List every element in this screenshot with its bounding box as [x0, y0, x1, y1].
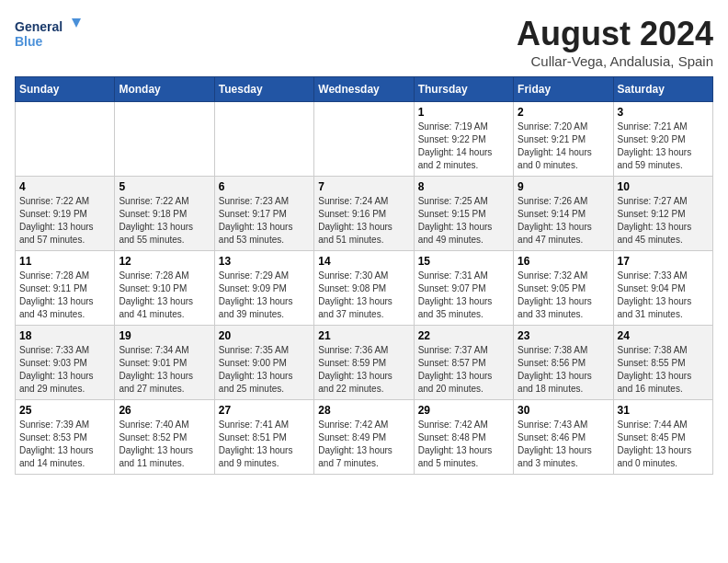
day-number: 6 [219, 180, 310, 193]
title-block: August 2024 Cullar-Vega, Andalusia, Spai… [517, 15, 713, 69]
day-info: Sunrise: 7:20 AM Sunset: 9:21 PM Dayligh… [518, 121, 609, 172]
calendar-cell: 25Sunrise: 7:39 AM Sunset: 8:53 PM Dayli… [16, 400, 115, 475]
day-number: 8 [418, 180, 509, 193]
calendar-cell: 31Sunrise: 7:44 AM Sunset: 8:45 PM Dayli… [613, 400, 712, 475]
weekday-header-friday: Friday [514, 77, 613, 102]
day-info: Sunrise: 7:40 AM Sunset: 8:52 PM Dayligh… [119, 419, 210, 470]
day-info: Sunrise: 7:39 AM Sunset: 8:53 PM Dayligh… [19, 419, 110, 470]
calendar-cell: 20Sunrise: 7:35 AM Sunset: 9:00 PM Dayli… [214, 326, 313, 400]
day-number: 9 [518, 180, 609, 193]
day-number: 12 [119, 255, 210, 268]
calendar-cell [115, 102, 214, 177]
day-info: Sunrise: 7:22 AM Sunset: 9:18 PM Dayligh… [119, 195, 210, 247]
logo-svg: General Blue [15, 15, 88, 52]
calendar-header: SundayMondayTuesdayWednesdayThursdayFrid… [16, 77, 713, 102]
day-info: Sunrise: 7:28 AM Sunset: 9:10 PM Dayligh… [119, 270, 210, 321]
day-info: Sunrise: 7:36 AM Sunset: 8:59 PM Dayligh… [318, 344, 409, 396]
calendar-cell: 17Sunrise: 7:33 AM Sunset: 9:04 PM Dayli… [613, 251, 712, 326]
day-number: 31 [618, 404, 709, 417]
day-info: Sunrise: 7:41 AM Sunset: 8:51 PM Dayligh… [219, 419, 310, 470]
day-info: Sunrise: 7:44 AM Sunset: 8:45 PM Dayligh… [618, 419, 709, 470]
day-info: Sunrise: 7:43 AM Sunset: 8:46 PM Dayligh… [518, 419, 609, 470]
day-number: 21 [318, 329, 409, 342]
day-info: Sunrise: 7:19 AM Sunset: 9:22 PM Dayligh… [418, 121, 509, 172]
calendar-cell: 27Sunrise: 7:41 AM Sunset: 8:51 PM Dayli… [214, 400, 313, 475]
day-info: Sunrise: 7:30 AM Sunset: 9:08 PM Dayligh… [318, 270, 409, 321]
calendar-table: SundayMondayTuesdayWednesdayThursdayFrid… [15, 76, 713, 475]
calendar-cell [16, 102, 115, 177]
day-info: Sunrise: 7:42 AM Sunset: 8:49 PM Dayligh… [318, 419, 409, 470]
day-number: 27 [219, 404, 310, 417]
calendar-cell: 19Sunrise: 7:34 AM Sunset: 9:01 PM Dayli… [115, 326, 214, 400]
calendar-cell: 2Sunrise: 7:20 AM Sunset: 9:21 PM Daylig… [514, 102, 613, 177]
day-info: Sunrise: 7:28 AM Sunset: 9:11 PM Dayligh… [19, 270, 110, 321]
calendar-cell: 14Sunrise: 7:30 AM Sunset: 9:08 PM Dayli… [314, 251, 414, 326]
calendar-cell: 22Sunrise: 7:37 AM Sunset: 8:57 PM Dayli… [414, 326, 513, 400]
day-number: 17 [618, 255, 709, 268]
calendar-cell: 24Sunrise: 7:38 AM Sunset: 8:55 PM Dayli… [613, 326, 712, 400]
svg-text:Blue: Blue [15, 34, 43, 49]
page-title: August 2024 [517, 15, 713, 53]
day-number: 11 [19, 255, 110, 268]
day-number: 26 [119, 404, 210, 417]
calendar-cell: 28Sunrise: 7:42 AM Sunset: 8:49 PM Dayli… [314, 400, 414, 475]
calendar-cell: 1Sunrise: 7:19 AM Sunset: 9:22 PM Daylig… [414, 102, 513, 177]
calendar-body: 1Sunrise: 7:19 AM Sunset: 9:22 PM Daylig… [16, 102, 713, 475]
calendar-cell: 12Sunrise: 7:28 AM Sunset: 9:10 PM Dayli… [115, 251, 214, 326]
calendar-cell: 15Sunrise: 7:31 AM Sunset: 9:07 PM Dayli… [414, 251, 513, 326]
day-number: 25 [19, 404, 110, 417]
day-number: 29 [418, 404, 509, 417]
day-info: Sunrise: 7:27 AM Sunset: 9:12 PM Dayligh… [618, 195, 709, 247]
calendar-cell: 21Sunrise: 7:36 AM Sunset: 8:59 PM Dayli… [314, 326, 414, 400]
day-number: 4 [19, 180, 110, 193]
week-row-3: 11Sunrise: 7:28 AM Sunset: 9:11 PM Dayli… [16, 251, 713, 326]
weekday-header-monday: Monday [115, 77, 214, 102]
week-row-2: 4Sunrise: 7:22 AM Sunset: 9:19 PM Daylig… [16, 177, 713, 251]
day-info: Sunrise: 7:34 AM Sunset: 9:01 PM Dayligh… [119, 344, 210, 396]
day-info: Sunrise: 7:23 AM Sunset: 9:17 PM Dayligh… [219, 195, 310, 247]
day-info: Sunrise: 7:35 AM Sunset: 9:00 PM Dayligh… [219, 344, 310, 396]
calendar-cell: 26Sunrise: 7:40 AM Sunset: 8:52 PM Dayli… [115, 400, 214, 475]
day-number: 24 [618, 329, 709, 342]
day-info: Sunrise: 7:24 AM Sunset: 9:16 PM Dayligh… [318, 195, 409, 247]
weekday-header-wednesday: Wednesday [314, 77, 414, 102]
day-number: 19 [119, 329, 210, 342]
calendar-cell: 6Sunrise: 7:23 AM Sunset: 9:17 PM Daylig… [214, 177, 313, 251]
calendar-cell: 5Sunrise: 7:22 AM Sunset: 9:18 PM Daylig… [115, 177, 214, 251]
calendar-cell: 4Sunrise: 7:22 AM Sunset: 9:19 PM Daylig… [16, 177, 115, 251]
week-row-4: 18Sunrise: 7:33 AM Sunset: 9:03 PM Dayli… [16, 326, 713, 400]
page-subtitle: Cullar-Vega, Andalusia, Spain [517, 53, 713, 69]
day-info: Sunrise: 7:32 AM Sunset: 9:05 PM Dayligh… [518, 270, 609, 321]
calendar-cell [214, 102, 313, 177]
calendar-cell: 13Sunrise: 7:29 AM Sunset: 9:09 PM Dayli… [214, 251, 313, 326]
calendar-cell: 7Sunrise: 7:24 AM Sunset: 9:16 PM Daylig… [314, 177, 414, 251]
day-number: 7 [318, 180, 409, 193]
weekday-header-saturday: Saturday [613, 77, 712, 102]
calendar-cell: 10Sunrise: 7:27 AM Sunset: 9:12 PM Dayli… [613, 177, 712, 251]
calendar-cell: 30Sunrise: 7:43 AM Sunset: 8:46 PM Dayli… [514, 400, 613, 475]
day-number: 23 [518, 329, 609, 342]
svg-marker-1 [72, 18, 81, 28]
header: General Blue August 2024 Cullar-Vega, An… [15, 15, 713, 69]
day-info: Sunrise: 7:25 AM Sunset: 9:15 PM Dayligh… [418, 195, 509, 247]
calendar-cell: 23Sunrise: 7:38 AM Sunset: 8:56 PM Dayli… [514, 326, 613, 400]
day-info: Sunrise: 7:21 AM Sunset: 9:20 PM Dayligh… [618, 121, 709, 172]
day-info: Sunrise: 7:22 AM Sunset: 9:19 PM Dayligh… [19, 195, 110, 247]
calendar-cell: 18Sunrise: 7:33 AM Sunset: 9:03 PM Dayli… [16, 326, 115, 400]
calendar-cell: 29Sunrise: 7:42 AM Sunset: 8:48 PM Dayli… [414, 400, 513, 475]
day-info: Sunrise: 7:31 AM Sunset: 9:07 PM Dayligh… [418, 270, 509, 321]
day-number: 3 [618, 106, 709, 119]
calendar-cell: 9Sunrise: 7:26 AM Sunset: 9:14 PM Daylig… [514, 177, 613, 251]
week-row-5: 25Sunrise: 7:39 AM Sunset: 8:53 PM Dayli… [16, 400, 713, 475]
weekday-header-row: SundayMondayTuesdayWednesdayThursdayFrid… [16, 77, 713, 102]
day-info: Sunrise: 7:37 AM Sunset: 8:57 PM Dayligh… [418, 344, 509, 396]
calendar-cell: 11Sunrise: 7:28 AM Sunset: 9:11 PM Dayli… [16, 251, 115, 326]
day-number: 1 [418, 106, 509, 119]
day-number: 16 [518, 255, 609, 268]
day-number: 5 [119, 180, 210, 193]
day-number: 13 [219, 255, 310, 268]
day-number: 14 [318, 255, 409, 268]
day-number: 22 [418, 329, 509, 342]
day-info: Sunrise: 7:29 AM Sunset: 9:09 PM Dayligh… [219, 270, 310, 321]
calendar-cell: 3Sunrise: 7:21 AM Sunset: 9:20 PM Daylig… [613, 102, 712, 177]
